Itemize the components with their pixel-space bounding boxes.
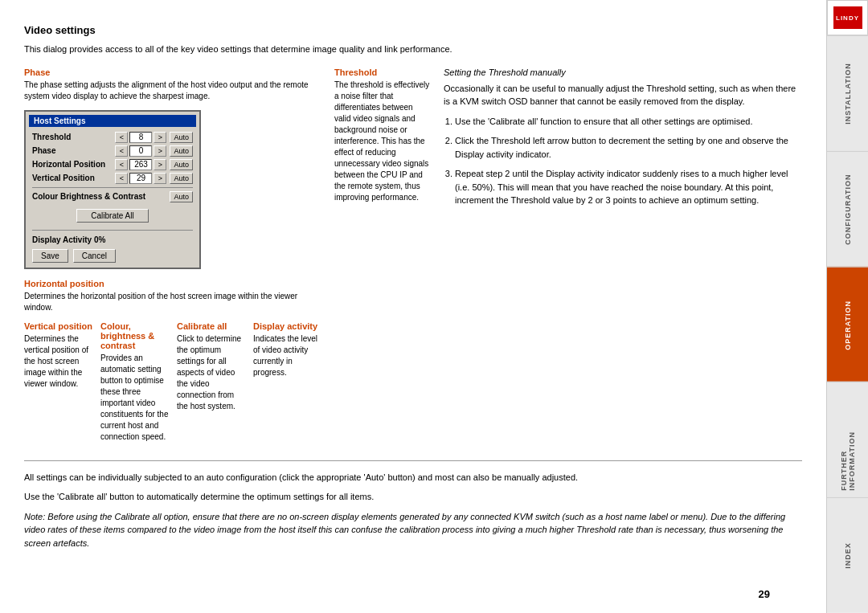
threshold-right: Setting the Threshold manually Occasiona… xyxy=(444,67,802,214)
vertical-auto-btn[interactable]: Auto xyxy=(170,173,193,184)
save-btn[interactable]: Save xyxy=(32,249,68,263)
vertical-left-btn[interactable]: < xyxy=(115,173,128,184)
right-col: Threshold The threshold is effectively a… xyxy=(334,67,802,451)
page-title: Video settings xyxy=(24,24,802,36)
cancel-btn[interactable]: Cancel xyxy=(73,249,116,263)
phase-right-btn[interactable]: > xyxy=(154,145,166,157)
steps-list: Use the 'Calibrate all' function to ensu… xyxy=(444,115,802,207)
colour-bri-label: Colour, brightness & contrast xyxy=(100,321,169,350)
annotation-colour: Colour, brightness & contrast Provides a… xyxy=(100,321,169,451)
bottom-section: All settings can be individually subject… xyxy=(24,471,802,550)
dialog-row-threshold: Threshold < 8 > Auto xyxy=(29,132,196,143)
bottom-para2: Use the 'Calibrate all' button to automa… xyxy=(24,490,802,504)
colour-bri-text: Provides an automatic setting button to … xyxy=(100,353,169,443)
main-content: Video settings This dialog provides acce… xyxy=(0,0,826,613)
sidebar-tab-operation[interactable]: OPERATION xyxy=(827,267,868,382)
calibrate-ann-label: Calibrate all xyxy=(177,321,245,331)
calibrate-ann-text: Click to determine the optimum settings … xyxy=(177,333,245,412)
threshold-section: Threshold The threshold is effectively a… xyxy=(334,67,802,214)
sidebar-tab-further-information[interactable]: FURTHER INFORMATION xyxy=(827,382,868,497)
sidebar-tab-installation[interactable]: INSTALLATION xyxy=(827,35,868,151)
threshold-control: < 8 > Auto xyxy=(115,132,193,143)
lindy-logo-box: LINDY xyxy=(833,6,862,29)
colour-auto-btn[interactable]: Auto xyxy=(170,191,193,202)
dialog-row-phase: Phase < 0 > Auto xyxy=(29,145,196,157)
page-number: 29 xyxy=(759,588,770,600)
horizontal-right-btn[interactable]: > xyxy=(154,159,166,170)
threshold-auto-btn[interactable]: Auto xyxy=(170,132,193,143)
horizontal-left-btn[interactable]: < xyxy=(115,159,128,170)
threshold-row-label: Threshold xyxy=(32,133,115,141)
phase-label: Phase xyxy=(24,67,321,77)
step-1: Use the 'Calibrate all' function to ensu… xyxy=(455,115,802,129)
sidebar-tab-configuration[interactable]: CONFIGURATION xyxy=(827,151,868,267)
setting-title: Setting the Threshold manually xyxy=(444,67,802,77)
colour-label: Colour Brightness & Contrast xyxy=(32,192,145,201)
sidebar-tabs: INSTALLATION CONFIGURATION OPERATION FUR… xyxy=(827,35,868,613)
horizontal-position-label: Horizontal position xyxy=(24,279,321,288)
vertical-pos-label: Vertical position xyxy=(24,321,92,331)
sidebar-tab-index[interactable]: INDEX xyxy=(827,497,868,613)
threshold-desc: The threshold is effectively a noise fil… xyxy=(334,80,431,203)
dialog-title-bar: Host Settings xyxy=(29,115,196,127)
horizontal-auto-btn[interactable]: Auto xyxy=(170,159,193,170)
vertical-right-btn[interactable]: > xyxy=(154,173,166,184)
horizontal-value: 263 xyxy=(129,159,152,170)
intro-text: This dialog provides access to all of th… xyxy=(24,43,802,56)
horizontal-position-text: Determines the horizontal position of th… xyxy=(24,291,321,313)
dialog-bottom-row: Save Cancel xyxy=(29,246,196,264)
phase-text: The phase setting adjusts the alignment … xyxy=(24,80,321,102)
horizontal-row-label: Horizontal Position xyxy=(32,160,115,169)
vertical-pos-text: Determines the vertical position of the … xyxy=(24,333,92,390)
threshold-label: Threshold xyxy=(334,67,431,77)
horizontal-control: < 263 > Auto xyxy=(115,159,193,170)
dialog-row-horizontal: Horizontal Position < 263 > Auto xyxy=(29,159,196,170)
threshold-value: 8 xyxy=(129,132,152,143)
calibrate-all-btn[interactable]: Calibrate All xyxy=(76,209,149,223)
divider-line xyxy=(24,460,802,461)
page-container: Video settings This dialog provides acce… xyxy=(0,0,868,613)
calibrate-container: Calibrate All xyxy=(29,205,196,227)
sidebar-logo: LINDY xyxy=(827,0,868,35)
setting-intro: Occasionally it can be useful to manuall… xyxy=(444,82,802,108)
phase-control: < 0 > Auto xyxy=(115,145,193,157)
right-sidebar: LINDY INSTALLATION CONFIGURATION OPERATI… xyxy=(826,0,868,613)
left-col: Phase The phase setting adjusts the alig… xyxy=(24,67,321,451)
dialog-row-vertical: Vertical Position < 29 > Auto xyxy=(29,173,196,184)
vertical-value: 29 xyxy=(129,173,152,184)
phase-value: 0 xyxy=(129,145,152,157)
phase-auto-btn[interactable]: Auto xyxy=(170,145,193,157)
display-act-text: Indicates the level of video activity cu… xyxy=(253,333,321,378)
dialog-separator-2 xyxy=(32,230,193,231)
bottom-para3: Note: Before using the Calibrate all opt… xyxy=(24,510,802,550)
two-col-layout: Phase The phase setting adjusts the alig… xyxy=(24,67,802,451)
step-2: Click the Threshold left arrow button to… xyxy=(455,134,802,161)
display-act-label: Display activity xyxy=(253,321,321,331)
step-3: Repeat step 2 until the Display activity… xyxy=(455,167,802,207)
bottom-para1: All settings can be individually subject… xyxy=(24,471,802,484)
display-activity-row: Display Activity 0% xyxy=(29,234,196,246)
colour-row: Colour Brightness & Contrast Auto xyxy=(29,191,196,202)
threshold-left: Threshold The threshold is effectively a… xyxy=(334,67,431,214)
threshold-left-btn[interactable]: < xyxy=(115,132,128,143)
vertical-row-label: Vertical Position xyxy=(32,174,115,182)
annotation-calibrate: Calibrate all Click to determine the opt… xyxy=(177,321,245,451)
dialog-separator-1 xyxy=(32,187,193,188)
annotation-vertical: Vertical position Determines the vertica… xyxy=(24,321,92,451)
vertical-control: < 29 > Auto xyxy=(115,173,193,184)
annotations-row: Vertical position Determines the vertica… xyxy=(24,321,321,451)
phase-left-btn[interactable]: < xyxy=(115,145,128,157)
phase-row-label: Phase xyxy=(32,146,115,155)
threshold-right-btn[interactable]: > xyxy=(154,132,166,143)
annotation-display: Display activity Indicates the level of … xyxy=(253,321,321,451)
host-settings-dialog: Host Settings Threshold < 8 > Auto Ph xyxy=(24,110,201,269)
